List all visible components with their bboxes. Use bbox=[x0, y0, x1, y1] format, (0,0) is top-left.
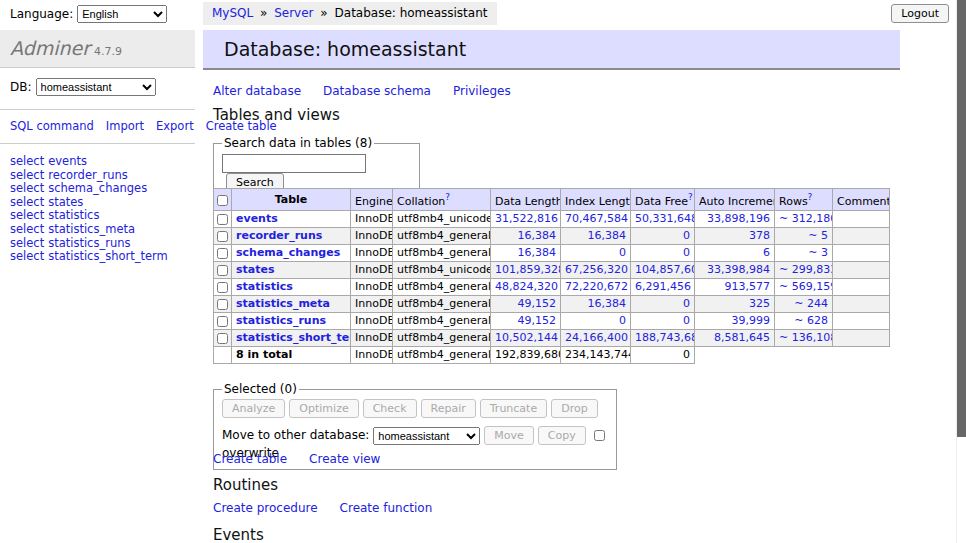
sidebar-table-link[interactable]: statistics_short_term bbox=[48, 249, 168, 263]
data-free-link[interactable]: 104,857,600 bbox=[635, 263, 695, 276]
sidebar-table-link[interactable]: statistics_runs bbox=[48, 236, 130, 250]
move-move-button[interactable]: Move bbox=[484, 426, 534, 445]
sidebar-table-link[interactable]: schema_changes bbox=[48, 181, 147, 195]
selected-truncate-button[interactable]: Truncate bbox=[480, 399, 547, 418]
index-length-link[interactable]: 67,256,320 bbox=[565, 263, 628, 276]
selected-check-button[interactable]: Check bbox=[363, 399, 417, 418]
sidebar-select-link[interactable]: select bbox=[10, 181, 44, 195]
sidebar-action-link[interactable]: Import bbox=[106, 119, 144, 133]
row-checkbox[interactable] bbox=[217, 299, 228, 310]
sidebar-table-link[interactable]: events bbox=[48, 154, 87, 168]
database-action-link[interactable]: Alter database bbox=[213, 84, 301, 98]
db-select[interactable]: homeassistant bbox=[36, 78, 156, 96]
table-name-link[interactable]: statistics_meta bbox=[236, 297, 330, 310]
index-length-link[interactable]: 16,384 bbox=[588, 297, 627, 310]
row-checkbox[interactable] bbox=[217, 282, 228, 293]
sidebar-select-link[interactable]: select bbox=[10, 154, 44, 168]
sidebar-select-link[interactable]: select bbox=[10, 222, 44, 236]
data-free-link[interactable]: 0 bbox=[683, 246, 690, 259]
scrollbar-track[interactable] bbox=[956, 0, 966, 543]
data-length-link[interactable]: 101,859,328 bbox=[495, 263, 561, 276]
table-name-link[interactable]: recorder_runs bbox=[236, 229, 322, 242]
data-length-link[interactable]: 31,522,816 bbox=[495, 212, 558, 225]
rows-estimate-link[interactable]: ~ 299,833 bbox=[779, 263, 833, 276]
row-checkbox[interactable] bbox=[217, 231, 228, 242]
auto-increment-link[interactable]: 913,577 bbox=[725, 280, 771, 293]
index-length-link[interactable]: 24,166,400 bbox=[565, 331, 628, 344]
index-length-link[interactable]: 72,220,672 bbox=[565, 280, 628, 293]
scrollbar-thumb[interactable] bbox=[957, 0, 966, 437]
column-hint[interactable]: ? bbox=[808, 192, 813, 202]
selected-analyze-button[interactable]: Analyze bbox=[222, 399, 285, 418]
routine-link[interactable]: Create function bbox=[340, 501, 433, 515]
table-name-link[interactable]: events bbox=[236, 212, 278, 225]
sidebar-table-link[interactable]: statistics_meta bbox=[48, 222, 135, 236]
rows-estimate-link[interactable]: ~ 136,108 bbox=[779, 331, 833, 344]
data-length-link[interactable]: 10,502,144 bbox=[495, 331, 558, 344]
sidebar-select-link[interactable]: select bbox=[10, 236, 44, 250]
row-checkbox[interactable] bbox=[217, 316, 228, 327]
move-copy-button[interactable]: Copy bbox=[538, 426, 586, 445]
rows-estimate-link[interactable]: ~ 244 bbox=[794, 297, 828, 310]
data-free-link[interactable]: 0 bbox=[683, 314, 690, 327]
language-select[interactable]: English bbox=[77, 5, 167, 23]
overwrite-checkbox[interactable] bbox=[594, 430, 605, 441]
breadcrumb-link[interactable]: MySQL bbox=[212, 6, 253, 20]
select-all-checkbox[interactable] bbox=[217, 195, 228, 206]
row-checkbox[interactable] bbox=[217, 248, 228, 259]
row-checkbox[interactable] bbox=[217, 333, 228, 344]
data-length-link[interactable]: 49,152 bbox=[518, 314, 557, 327]
sidebar-select-link[interactable]: select bbox=[10, 249, 44, 263]
rows-estimate-link[interactable]: ~ 569,159 bbox=[779, 280, 833, 293]
table-name-link[interactable]: statistics_runs bbox=[236, 314, 326, 327]
sidebar-action-link[interactable]: SQL command bbox=[10, 119, 94, 133]
sidebar-table-link[interactable]: statistics bbox=[48, 208, 99, 222]
auto-increment-link[interactable]: 6 bbox=[763, 246, 770, 259]
data-length-link[interactable]: 49,152 bbox=[518, 297, 557, 310]
move-db-select[interactable]: homeassistant bbox=[373, 427, 480, 445]
data-free-link[interactable]: 50,331,648 bbox=[635, 212, 695, 225]
table-name-link[interactable]: statistics bbox=[236, 280, 293, 293]
row-checkbox[interactable] bbox=[217, 214, 228, 225]
auto-increment-link[interactable]: 33,398,984 bbox=[707, 263, 770, 276]
index-length-link[interactable]: 0 bbox=[619, 246, 626, 259]
auto-increment-link[interactable]: 33,898,196 bbox=[707, 212, 770, 225]
data-free-link[interactable]: 188,743,680 bbox=[635, 331, 695, 344]
table-name-link[interactable]: schema_changes bbox=[236, 246, 340, 259]
sidebar-select-link[interactable]: select bbox=[10, 195, 44, 209]
data-length-link[interactable]: 16,384 bbox=[518, 229, 557, 242]
auto-increment-link[interactable]: 325 bbox=[749, 297, 770, 310]
sidebar-select-link[interactable]: select bbox=[10, 208, 44, 222]
sidebar-table-link[interactable]: recorder_runs bbox=[48, 168, 128, 182]
breadcrumb-link[interactable]: Server bbox=[274, 6, 313, 20]
data-free-link[interactable]: 6,291,456 bbox=[635, 280, 691, 293]
auto-increment-link[interactable]: 8,581,645 bbox=[714, 331, 770, 344]
app-name[interactable]: Adminer bbox=[10, 37, 90, 59]
database-action-link[interactable]: Privileges bbox=[453, 84, 511, 98]
rows-estimate-link[interactable]: ~ 5 bbox=[808, 229, 828, 242]
selected-optimize-button[interactable]: Optimize bbox=[289, 399, 358, 418]
data-free-link[interactable]: 0 bbox=[683, 229, 690, 242]
row-checkbox[interactable] bbox=[217, 265, 228, 276]
selected-drop-button[interactable]: Drop bbox=[551, 399, 597, 418]
search-input[interactable] bbox=[222, 154, 366, 173]
selected-repair-button[interactable]: Repair bbox=[421, 399, 476, 418]
data-length-link[interactable]: 16,384 bbox=[518, 246, 557, 259]
column-hint[interactable]: ? bbox=[445, 192, 450, 202]
create-link[interactable]: Create table bbox=[213, 452, 287, 466]
sidebar-select-link[interactable]: select bbox=[10, 168, 44, 182]
rows-estimate-link[interactable]: ~ 312,180 bbox=[779, 212, 833, 225]
create-link[interactable]: Create view bbox=[309, 452, 380, 466]
index-length-link[interactable]: 0 bbox=[619, 314, 626, 327]
routine-link[interactable]: Create procedure bbox=[213, 501, 318, 515]
column-hint[interactable]: ? bbox=[688, 192, 693, 202]
auto-increment-link[interactable]: 39,999 bbox=[732, 314, 771, 327]
table-name-link[interactable]: statistics_short_term bbox=[236, 331, 351, 344]
data-free-link[interactable]: 0 bbox=[683, 297, 690, 310]
data-length-link[interactable]: 48,824,320 bbox=[495, 280, 558, 293]
index-length-link[interactable]: 70,467,584 bbox=[565, 212, 628, 225]
database-action-link[interactable]: Database schema bbox=[323, 84, 431, 98]
sidebar-action-link[interactable]: Export bbox=[156, 119, 194, 133]
rows-estimate-link[interactable]: ~ 628 bbox=[794, 314, 828, 327]
rows-estimate-link[interactable]: ~ 3 bbox=[808, 246, 828, 259]
